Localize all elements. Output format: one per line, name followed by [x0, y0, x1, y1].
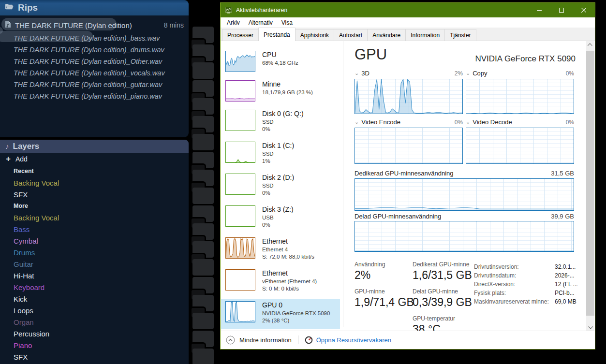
add-layer-button[interactable]: + Add [6, 154, 28, 164]
scroll-down-arrow-icon[interactable] [586, 323, 594, 331]
gpu-stat-gpu-temperatur: GPU-temperatur38 °C [413, 315, 472, 331]
sidebar-item-minne-18-1-79-9-gb-23[interactable]: Minne 18,1/79,9 GB (23 %) [221, 78, 340, 108]
layer-item-backing-vocal[interactable]: Backing Vocal [14, 177, 189, 189]
gpu-stats-column-2: Dedikerat GPU-minne1,6/31,5 GBDelat GPU-… [413, 261, 472, 331]
menu-item-visa[interactable]: Visa [277, 19, 297, 26]
perf-entry-subtitle: SSD [262, 118, 304, 126]
layer-item-organ[interactable]: Organ [14, 316, 189, 328]
chart-dedicated-memory[interactable] [355, 178, 574, 211]
sidebar-item-ethernet-vethernet-ethernet-4[interactable]: Ethernet vEthernet (Ethernet 4) S: 0 M: … [221, 267, 340, 299]
close-button[interactable] [573, 3, 595, 17]
sidebar-item-cpu-68-4-18-ghz[interactable]: CPU 68% 4,18 GHz [221, 49, 340, 78]
piano-key-white[interactable] [192, 134, 214, 150]
layer-item-sfx[interactable]: SFX [14, 189, 189, 200]
perf-entry-title: Disk 1 (C:) [262, 142, 294, 149]
layer-item-sfx[interactable]: SFX [14, 351, 189, 363]
footer-bar: Mindre information Öppna Resursövervakar… [221, 331, 594, 349]
piano-key-white[interactable] [192, 188, 214, 204]
layers-section-label[interactable]: More [14, 200, 189, 212]
vertical-scrollbar[interactable] [586, 41, 594, 331]
sidebar-item-disk-3-z-usb[interactable]: Disk 3 (Z:) USB 0% [221, 204, 340, 235]
rip-file-item[interactable]: THE DARK FUTURE (Dylan edition)_bass.wav [14, 32, 165, 44]
tab-information[interactable]: Information [405, 29, 445, 41]
perf-entry-subtitle: USB [262, 214, 294, 221]
chart-value-shared-memory: 39,9 GB [551, 213, 574, 220]
layers-section-label[interactable]: Recent [14, 165, 189, 177]
rip-group-row[interactable]: THE DARK FUTURE (Dylan edition) 8 mins [5, 19, 184, 31]
tab-prestanda[interactable]: Prestanda [258, 28, 296, 41]
rip-file-item[interactable]: THE DARK FUTURE (Dylan edition)_piano.wa… [14, 90, 165, 102]
piano-key-white[interactable] [192, 259, 214, 276]
chart-label-copy: ⌄ Copy [466, 70, 488, 77]
layers-panel: ♪ Layers + Add RecentBacking VocalSFXMor… [0, 140, 189, 364]
perf-entry-value: 0% [262, 126, 304, 133]
layer-item-percussion[interactable]: Percussion [14, 328, 189, 339]
chevron-down-icon[interactable]: ⌄ [466, 71, 470, 76]
chevron-down-icon[interactable]: ⌄ [466, 119, 470, 125]
less-info-label: Mindre information [239, 336, 292, 344]
layer-item-bass[interactable]: Bass [14, 223, 189, 235]
perf-thumbnail-chart [225, 237, 255, 259]
task-manager-app-icon [225, 7, 232, 14]
layer-item-hi-hat[interactable]: Hi-Hat [14, 270, 189, 281]
perf-thumbnail-chart [225, 174, 255, 195]
gpu-detail-drivrutinsversion: Drivrutinsversion:32.0.1... [474, 262, 578, 271]
layer-item-piano[interactable]: Piano [14, 339, 189, 351]
menu-item-alternativ[interactable]: Alternativ [244, 19, 277, 26]
piano-key-white[interactable] [192, 349, 214, 364]
perf-thumbnail-chart [225, 142, 255, 163]
layer-item-drums[interactable]: Drums [14, 247, 189, 258]
piano-key-white[interactable] [192, 313, 214, 329]
tab-autostart[interactable]: Autostart [334, 29, 368, 41]
sidebar-item-disk-1-c-ssd[interactable]: Disk 1 (C:) SSD 1% [221, 140, 340, 172]
maximize-button[interactable] [550, 3, 573, 17]
scroll-up-arrow-icon[interactable] [586, 41, 594, 49]
chevron-down-icon[interactable]: ⌄ [355, 71, 359, 76]
layer-item-backing-vocal[interactable]: Backing Vocal [14, 212, 189, 223]
scrollbar-thumb[interactable] [586, 51, 594, 316]
rip-file-item[interactable]: THE DARK FUTURE (Dylan edition)_guitar.w… [14, 79, 165, 90]
sidebar-item-ethernet-ethernet-4[interactable]: Ethernet Ethernet 4 S: 72,0 M: 88,0 kbit… [221, 235, 340, 267]
piano-key-white[interactable] [192, 62, 214, 79]
sidebar-item-disk-2-d-ssd[interactable]: Disk 2 (D:) SSD 0% [221, 172, 340, 204]
rip-file-item[interactable]: THE DARK FUTURE (Dylan edition)_drums.wa… [14, 44, 165, 56]
perf-entry-subtitle: 68% 4,18 GHz [262, 59, 298, 67]
sidebar-item-disk-0-g-q-ssd[interactable]: Disk 0 (G: Q:) SSD 0% [221, 108, 340, 140]
chart-label-3d: ⌄ 3D [355, 70, 370, 77]
tab-processer[interactable]: Processer [222, 29, 259, 41]
gpu-detail-drivrutinsdatum: Drivrutinsdatum:2026-... [474, 271, 578, 280]
tab-tj-nster[interactable]: Tjänster [444, 29, 476, 41]
chart-copy[interactable] [466, 79, 574, 114]
chevron-down-icon[interactable]: ⌄ [355, 119, 359, 125]
chart-3d[interactable] [355, 79, 463, 114]
rip-group-name: THE DARK FUTURE (Dylan edition) [15, 21, 132, 29]
rip-group-time: 8 mins [164, 21, 184, 29]
gpu-detail-directx-version: DirectX-version:12 (FL ... [474, 280, 578, 289]
open-resource-monitor-link[interactable]: Öppna Resursövervakaren [305, 336, 391, 344]
layer-item-kick[interactable]: Kick [14, 293, 189, 305]
perf-entry-title: Disk 0 (G: Q:) [262, 110, 304, 117]
layer-item-guitar[interactable]: Guitar [14, 258, 189, 270]
chart-value-video-encode: 0% [432, 119, 463, 126]
rips-header: Rips [0, 0, 189, 15]
chart-shared-memory[interactable] [355, 221, 574, 252]
perf-entry-subtitle: vEthernet (Ethernet 4) [262, 278, 317, 285]
minimize-button[interactable] [528, 3, 550, 17]
tab-apphistorik[interactable]: Apphistorik [295, 29, 334, 41]
layer-item-cymbal[interactable]: Cymbal [14, 235, 189, 247]
layer-item-loops[interactable]: Loops [14, 305, 189, 316]
tab-anv-ndare[interactable]: Användare [367, 29, 406, 41]
perf-entry-title: Minne [262, 80, 313, 88]
layer-item-keyboard[interactable]: Keyboard [14, 281, 189, 293]
title-bar[interactable]: Aktivitetshanteraren [221, 3, 595, 17]
rip-file-item[interactable]: THE DARK FUTURE (Dylan edition)_Other.wa… [14, 56, 165, 67]
less-info-button[interactable]: Mindre information [226, 335, 292, 345]
menu-item-arkiv[interactable]: Arkiv [222, 19, 244, 26]
gpu-stat-gpu-minne: GPU-minne1,9/71,4 GB [355, 288, 414, 309]
chart-video-encode[interactable] [355, 128, 463, 164]
perf-entry-value: 2% (38 °C) [262, 317, 330, 324]
chart-value-copy: 0% [566, 70, 574, 77]
chart-video-decode[interactable] [466, 128, 574, 164]
sidebar-item-gpu-0-nvidia-geforce-rtx-5090[interactable]: GPU 0 NVIDIA GeForce RTX 5090 2% (38 °C) [221, 299, 340, 329]
rip-file-item[interactable]: THE DARK FUTURE (Dylan edition)_vocals.w… [14, 67, 165, 79]
